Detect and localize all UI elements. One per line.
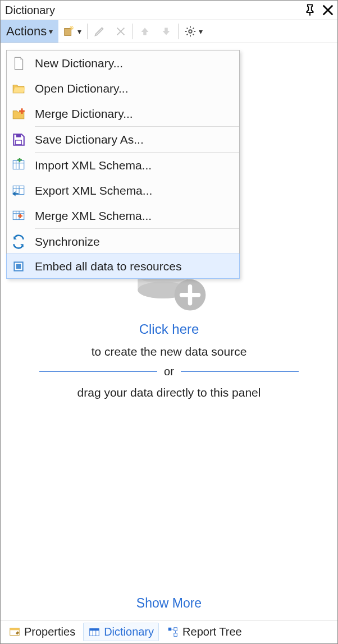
menu-item-new-dictionary[interactable]: New Dictionary... bbox=[7, 50, 239, 76]
chevron-down-icon: ▾ bbox=[199, 27, 203, 36]
chevron-down-icon: ▾ bbox=[49, 27, 53, 36]
menu-item-merge-dictionary[interactable]: Merge Dictionary... bbox=[7, 101, 239, 126]
svg-rect-18 bbox=[168, 627, 172, 631]
merge-schema-icon bbox=[10, 208, 27, 224]
chevron-down-icon: ▾ bbox=[77, 27, 81, 36]
toolbar-separator bbox=[87, 24, 88, 39]
svg-rect-19 bbox=[174, 627, 177, 631]
save-icon bbox=[10, 131, 27, 148]
pin-icon[interactable] bbox=[304, 4, 316, 16]
placeholder-line-1: to create the new data source bbox=[1, 345, 337, 358]
svg-rect-3 bbox=[16, 134, 21, 137]
menu-item-open-dictionary[interactable]: Open Dictionary... bbox=[7, 76, 239, 101]
svg-point-2 bbox=[189, 30, 192, 33]
tab-report-tree[interactable]: Report Tree bbox=[162, 623, 246, 641]
move-down-button[interactable] bbox=[156, 20, 177, 43]
tab-label: Report Tree bbox=[182, 625, 242, 638]
toolbar-separator bbox=[178, 24, 179, 39]
menu-item-label: Merge Dictionary... bbox=[35, 107, 133, 121]
menu-item-import-xml-schema[interactable]: Import XML Schema... bbox=[7, 153, 239, 178]
panel-titlebar: Dictionary bbox=[1, 1, 337, 20]
menu-item-label: New Dictionary... bbox=[35, 57, 123, 70]
placeholder-or: or bbox=[164, 365, 174, 378]
svg-rect-5 bbox=[13, 160, 24, 169]
settings-split-button[interactable]: ▾ bbox=[180, 20, 207, 43]
menu-item-save-dictionary-as[interactable]: Save Dictionary As... bbox=[7, 127, 239, 152]
menu-item-export-xml-schema[interactable]: Export XML Schema... bbox=[7, 178, 239, 203]
svg-rect-4 bbox=[16, 140, 22, 145]
open-folder-icon bbox=[10, 80, 27, 97]
menu-item-synchronize[interactable]: Synchronize bbox=[7, 229, 239, 254]
svg-rect-10 bbox=[16, 264, 21, 269]
menu-item-label: Synchronize bbox=[35, 235, 100, 249]
delete-button[interactable] bbox=[110, 20, 131, 43]
menu-item-label: Embed all data to resources bbox=[35, 260, 181, 273]
close-icon[interactable] bbox=[322, 4, 334, 16]
edit-button[interactable] bbox=[89, 20, 110, 43]
toolbar-separator bbox=[133, 24, 133, 39]
bottom-tabs: Properties Dictionary Report Tree bbox=[1, 620, 337, 643]
tab-label: Properties bbox=[24, 625, 75, 638]
new-file-icon bbox=[10, 55, 27, 72]
move-up-button[interactable] bbox=[134, 20, 156, 43]
tab-dictionary[interactable]: Dictionary bbox=[83, 623, 159, 641]
embed-data-icon bbox=[10, 258, 27, 275]
new-item-split-button[interactable]: ▾ bbox=[58, 20, 86, 43]
menu-item-merge-xml-schema[interactable]: Merge XML Schema... bbox=[7, 203, 239, 228]
placeholder-or-row: or bbox=[23, 365, 315, 378]
svg-rect-17 bbox=[90, 628, 99, 631]
tab-properties[interactable]: Properties bbox=[4, 623, 80, 641]
menu-item-label: Export XML Schema... bbox=[35, 184, 152, 197]
sync-icon bbox=[10, 233, 27, 250]
show-more-link[interactable]: Show More bbox=[1, 596, 337, 611]
import-schema-icon bbox=[10, 157, 27, 174]
svg-rect-20 bbox=[174, 633, 177, 636]
toolbar: Actions ▾ ▾ ▾ bbox=[1, 20, 337, 43]
svg-rect-0 bbox=[65, 29, 71, 36]
merge-folder-icon bbox=[10, 105, 27, 122]
tab-label: Dictionary bbox=[104, 625, 154, 638]
export-schema-icon bbox=[10, 182, 27, 199]
actions-dropdown-button[interactable]: Actions ▾ bbox=[1, 20, 58, 43]
menu-item-label: Merge XML Schema... bbox=[35, 209, 152, 223]
menu-item-label: Open Dictionary... bbox=[35, 82, 129, 95]
panel-title: Dictionary bbox=[5, 4, 304, 17]
menu-item-label: Save Dictionary As... bbox=[35, 133, 144, 146]
menu-item-label: Import XML Schema... bbox=[35, 159, 152, 172]
actions-dropdown-menu: New Dictionary... Open Dictionary... Mer… bbox=[6, 50, 240, 279]
actions-label: Actions bbox=[6, 24, 47, 39]
create-data-source-link[interactable]: Click here bbox=[1, 321, 337, 337]
placeholder-line-2: drag your data directly to this panel bbox=[1, 386, 337, 399]
menu-item-embed-all-data[interactable]: Embed all data to resources bbox=[6, 254, 240, 279]
